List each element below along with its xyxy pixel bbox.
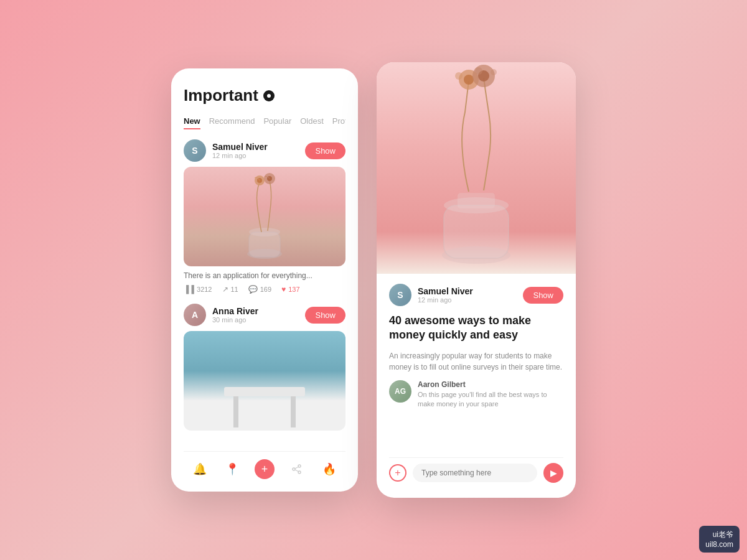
comment-input[interactable] — [413, 464, 537, 482]
article-title: 40 awesome ways to make money quickly an… — [389, 314, 563, 343]
comments-icon: 💬 — [248, 285, 258, 294]
nav-location[interactable]: 📍 — [222, 459, 242, 479]
show-button-2[interactable]: Show — [305, 307, 345, 324]
phone1-container: Important New Recommend Popular Oldest P… — [171, 68, 358, 492]
svg-point-21 — [464, 75, 474, 85]
svg-rect-8 — [291, 393, 296, 427]
post-username-2: Anna River — [212, 306, 299, 316]
comment-text: On this page you'll find all the best wa… — [418, 390, 563, 409]
phone2-image-section: ‹ — [377, 62, 576, 274]
svg-point-11 — [293, 468, 295, 470]
add-attachment-button[interactable]: + — [389, 464, 406, 482]
post-user-info-p2: Samuel Niver 12 min ago — [418, 286, 517, 304]
post-stats-1: ▐▐ 3212 ↗ 11 💬 169 ♥ 137 — [184, 285, 345, 294]
stat-comments: 💬 169 — [248, 285, 271, 294]
views-icon: ▐▐ — [184, 285, 194, 294]
avatar-samuel: S — [184, 139, 206, 162]
post-card-1: S Samuel Niver 12 min ago Show — [184, 139, 345, 294]
furniture-svg — [215, 356, 314, 431]
post-image-1 — [184, 167, 345, 266]
post-time-1: 12 min ago — [212, 152, 299, 159]
post-header-1: S Samuel Niver 12 min ago Show — [184, 139, 345, 162]
furniture-illustration — [184, 331, 345, 431]
stat-likes: ♥ 137 — [281, 285, 299, 294]
comment-preview: AG Aaron Gilbert On this page you'll fin… — [389, 380, 563, 409]
phone2-container: ‹ — [377, 62, 576, 498]
post-time-2: 30 min ago — [212, 316, 299, 324]
likes-icon: ♥ — [281, 285, 286, 294]
svg-point-25 — [475, 67, 482, 75]
post-user-info-1: Samuel Niver 12 min ago — [212, 142, 299, 159]
phone2-post-header: S Samuel Niver 12 min ago Show — [389, 284, 563, 306]
nav-add[interactable]: + — [255, 459, 275, 479]
svg-point-26 — [491, 69, 497, 75]
bottom-navigation: 🔔 📍 + 🔥 — [184, 451, 345, 479]
svg-rect-7 — [233, 393, 238, 427]
watermark-line1: ui老爷 — [713, 530, 733, 540]
page-title: Important — [184, 86, 258, 105]
post-image-2 — [184, 331, 345, 431]
tab-popular[interactable]: Popular — [263, 116, 291, 129]
svg-point-10 — [298, 465, 301, 467]
post-time-p2: 12 min ago — [418, 296, 517, 304]
svg-point-12 — [298, 471, 301, 474]
flower-svg — [227, 173, 302, 266]
nav-share[interactable] — [287, 459, 307, 479]
phone1-header: Important — [184, 86, 345, 105]
nav-notifications[interactable]: 🔔 — [190, 459, 210, 479]
svg-point-2 — [249, 228, 280, 236]
nav-fire[interactable]: 🔥 — [319, 459, 339, 479]
tabs-bar: New Recommend Popular Oldest Proff — [184, 116, 345, 129]
svg-line-14 — [295, 470, 298, 472]
avatar-samuel-2: S — [389, 284, 411, 306]
tab-oldest[interactable]: Oldest — [300, 116, 324, 129]
watermark-line2: uil8.com — [705, 540, 733, 549]
comment-username: Aaron Gilbert — [418, 380, 563, 389]
phone2-flower-svg — [377, 62, 576, 274]
post-caption-1: There is an application for everything..… — [184, 271, 345, 280]
post-username-p2: Samuel Niver — [418, 286, 517, 296]
show-button-p2[interactable]: Show — [523, 287, 563, 304]
watermark: ui老爷 uil8.com — [699, 526, 740, 553]
input-bar: + ▶ — [389, 457, 563, 488]
show-button-1[interactable]: Show — [305, 142, 345, 159]
phone2-content: S Samuel Niver 12 min ago Show 40 awesom… — [377, 274, 576, 498]
stat-shares: ↗ 11 — [222, 285, 238, 294]
flower-illustration — [184, 167, 345, 266]
send-arrow-icon: ▶ — [550, 468, 557, 478]
svg-rect-19 — [458, 193, 495, 208]
tab-recommend[interactable]: Recommend — [209, 116, 255, 129]
comment-text-block: Aaron Gilbert On this page you'll find a… — [418, 380, 563, 409]
title-dot-icon — [263, 90, 275, 101]
post-username-1: Samuel Niver — [212, 142, 299, 152]
posts-list: S Samuel Niver 12 min ago Show — [184, 139, 345, 446]
svg-point-24 — [455, 72, 463, 80]
post-header-2: A Anna River 30 min ago Show — [184, 304, 345, 326]
tab-new[interactable]: New — [184, 116, 200, 129]
post-card-2: A Anna River 30 min ago Show — [184, 304, 345, 431]
stat-views: ▐▐ 3212 — [184, 285, 212, 294]
send-button[interactable]: ▶ — [543, 463, 563, 483]
article-description: An increasingly popular way for students… — [389, 350, 563, 373]
svg-line-13 — [295, 467, 298, 469]
avatar-aaron: AG — [389, 380, 411, 403]
avatar-anna: A — [184, 304, 206, 326]
shares-icon: ↗ — [222, 285, 228, 294]
svg-rect-9 — [224, 387, 305, 396]
post-user-info-2: Anna River 30 min ago — [212, 306, 299, 324]
tab-proff[interactable]: Proff — [332, 116, 345, 129]
